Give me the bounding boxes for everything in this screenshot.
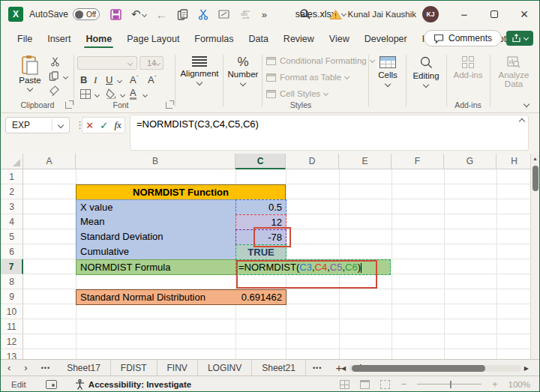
spreadsheet-grid[interactable]: A B C D E F G H 1 2 3 4 5 6 7 8 9 10 11 … xyxy=(1,154,532,359)
analyze-data-button[interactable]: Analyze Data xyxy=(494,56,533,88)
collapse-ribbon-icon[interactable] xyxy=(524,101,530,107)
sheet-next-icon[interactable]: › xyxy=(17,362,34,373)
enter-icon[interactable]: ✓ xyxy=(100,120,108,131)
underline-button[interactable]: U xyxy=(106,74,112,85)
number-button[interactable]: % Number xyxy=(226,56,260,85)
font-dialog-launcher-icon[interactable] xyxy=(166,102,172,109)
col-header-d[interactable]: D xyxy=(286,154,339,169)
font-color-button[interactable]: A xyxy=(130,88,136,100)
tab-review[interactable]: Review xyxy=(276,29,322,49)
paste-button[interactable]: Paste xyxy=(14,55,46,98)
col-header-a[interactable]: A xyxy=(23,154,76,169)
zoom-slider[interactable] xyxy=(417,384,482,385)
underline-chevron-icon[interactable] xyxy=(117,78,122,83)
col-header-e[interactable]: E xyxy=(339,154,392,169)
back-button[interactable]: ← xyxy=(156,8,167,21)
select-all-corner[interactable] xyxy=(1,154,23,169)
font-color-chevron-icon[interactable] xyxy=(142,92,148,97)
tab-data[interactable]: Data xyxy=(241,29,275,49)
font-name-select[interactable] xyxy=(77,56,137,70)
tab-page-layout[interactable]: Page Layout xyxy=(119,29,187,49)
draw-note-icon[interactable] xyxy=(218,9,230,19)
cancel-icon[interactable]: ✕ xyxy=(86,120,94,131)
font-size-select[interactable]: 14 xyxy=(140,56,164,70)
row-header-3[interactable]: 3 xyxy=(1,199,23,214)
alignment-button[interactable]: Alignment xyxy=(179,56,220,85)
qat-overflow-icon[interactable]: » xyxy=(262,9,267,20)
cell-b4-label[interactable]: Mean xyxy=(76,214,236,230)
sheet-tab-loginv[interactable]: LOGINV xyxy=(198,360,252,376)
shrink-font-button[interactable]: Aˇ xyxy=(148,74,156,85)
copy-icon[interactable] xyxy=(177,9,188,20)
fill-color-chevron-icon[interactable] xyxy=(120,92,125,97)
format-painter-icon[interactable] xyxy=(49,85,60,96)
cells-button[interactable]: Cells xyxy=(373,56,403,86)
comments-button[interactable]: Comments xyxy=(424,30,502,46)
minimize-button[interactable]: − xyxy=(449,1,479,28)
row-header-4[interactable]: 4 xyxy=(1,214,23,229)
cell-b5-label[interactable]: Standard Deviation xyxy=(76,229,236,245)
bold-button[interactable]: B xyxy=(80,74,87,85)
addins-button[interactable]: Add-ins xyxy=(451,56,485,79)
user-account[interactable]: Kunal Jai Kaushik KJ xyxy=(329,6,439,22)
sheet-tab-sheet17[interactable]: Sheet17 xyxy=(57,360,111,376)
copy-small-icon[interactable] xyxy=(49,71,59,82)
sheet-prev-icon[interactable]: ‹ xyxy=(1,362,17,373)
normal-view-icon[interactable] xyxy=(340,380,350,389)
scroll-left-icon[interactable]: ◀ xyxy=(341,365,346,372)
row-header-13[interactable]: 13 xyxy=(1,349,23,359)
accessibility-status[interactable]: Accessibility: Investigate xyxy=(75,379,191,390)
row-header-10[interactable]: 10 xyxy=(1,304,23,319)
sheet-tab-fdist[interactable]: FDIST xyxy=(111,360,158,376)
tab-developer[interactable]: Developer xyxy=(357,29,415,49)
zoom-out-icon[interactable]: − xyxy=(400,379,406,390)
conditional-formatting-button[interactable]: Conditional Formatting xyxy=(266,56,374,65)
maximize-button[interactable] xyxy=(479,1,509,28)
avatar[interactable]: KJ xyxy=(422,6,439,22)
cell-b3-label[interactable]: X value xyxy=(76,199,236,215)
page-break-view-icon[interactable] xyxy=(380,380,390,389)
cell-b6-label[interactable]: Cumulative xyxy=(76,244,236,260)
autosave-toggle[interactable]: Off xyxy=(73,8,100,20)
col-header-g[interactable]: G xyxy=(444,154,496,169)
search-icon[interactable] xyxy=(299,8,311,20)
cell-c9-value[interactable]: 0.691462 xyxy=(236,289,286,305)
tab-formulas[interactable]: Formulas xyxy=(187,29,241,49)
col-header-b[interactable]: B xyxy=(76,154,236,169)
share-button[interactable] xyxy=(506,31,533,46)
autosave-control[interactable]: AutoSave Off xyxy=(29,8,100,20)
cut-small-icon[interactable] xyxy=(50,57,60,67)
horizontal-scroll-track[interactable] xyxy=(349,365,521,372)
page-layout-view-icon[interactable] xyxy=(360,380,370,389)
vertical-scrollbar[interactable]: ▲ xyxy=(530,154,539,359)
zoom-level[interactable]: 100% xyxy=(508,380,530,389)
horizontal-scroll-thumb[interactable] xyxy=(352,365,485,372)
vertical-scroll-thumb[interactable] xyxy=(532,166,538,191)
tab-view[interactable]: View xyxy=(322,29,357,49)
col-header-h[interactable]: H xyxy=(496,154,532,169)
name-box[interactable]: EXP xyxy=(5,117,70,133)
grow-font-button[interactable]: Aˆ xyxy=(130,74,138,85)
tab-home[interactable]: Home xyxy=(78,29,119,49)
col-header-f[interactable]: F xyxy=(392,154,444,169)
row-header-11[interactable]: 11 xyxy=(1,319,23,334)
borders-chevron-icon[interactable] xyxy=(94,92,100,97)
format-as-table-button[interactable]: Format as Table xyxy=(266,73,349,82)
row-header-9[interactable]: 9 xyxy=(1,289,23,304)
zoom-in-icon[interactable]: + xyxy=(492,379,498,390)
clipboard-dialog-launcher-icon[interactable] xyxy=(65,102,72,109)
row-header-12[interactable]: 12 xyxy=(1,334,23,349)
scroll-up-icon[interactable]: ▲ xyxy=(531,154,539,164)
close-button[interactable]: × xyxy=(509,1,539,28)
row-header-5[interactable]: 5 xyxy=(1,229,23,244)
row-header-8[interactable]: 8 xyxy=(1,274,23,289)
formula-input[interactable]: =NORMDIST(C3,C4,C5,C6) xyxy=(130,115,529,151)
row-header-7[interactable]: 7 xyxy=(1,259,23,274)
sheet-tab-sheet21[interactable]: Sheet21 xyxy=(252,360,306,376)
sheet-overflow-right-icon[interactable]: ••• xyxy=(306,364,328,372)
insert-function-icon[interactable]: fx xyxy=(114,119,121,131)
cell-b7-label[interactable]: NORMDIST Formula xyxy=(76,259,236,275)
copy-chevron-icon[interactable] xyxy=(63,74,68,79)
cell-c3-value[interactable]: 0.5 xyxy=(236,199,286,215)
tab-file[interactable]: File xyxy=(10,29,40,49)
